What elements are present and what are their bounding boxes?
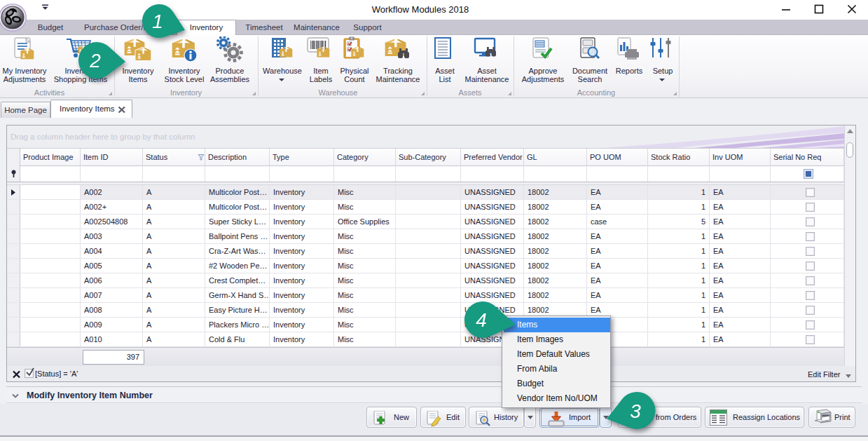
svg-text:1: 1 xyxy=(152,11,163,32)
svg-text:3: 3 xyxy=(630,400,641,421)
svg-text:2: 2 xyxy=(89,50,101,72)
svg-text:4: 4 xyxy=(476,309,487,331)
